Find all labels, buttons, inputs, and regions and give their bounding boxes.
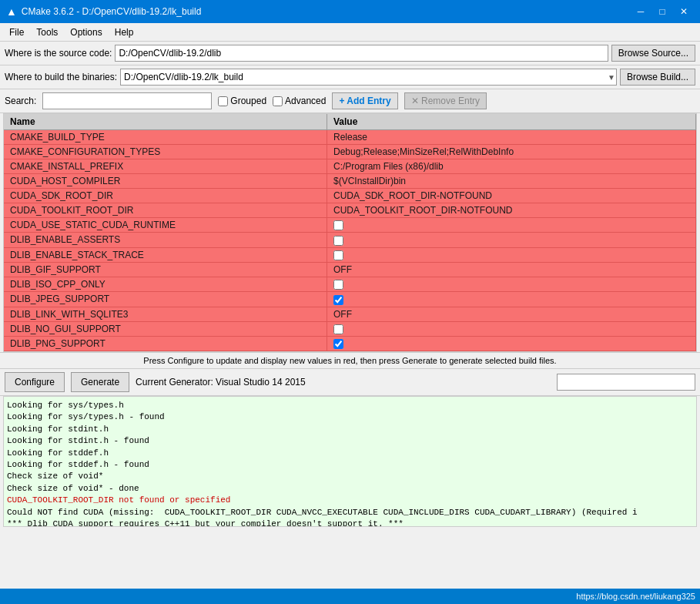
- grouped-label[interactable]: Grouped: [218, 96, 266, 106]
- source-label: Where is the source code:: [5, 48, 112, 59]
- cell-checkbox[interactable]: [333, 324, 343, 334]
- table-row[interactable]: DLIB_ENABLE_STACK_TRACE: [4, 248, 696, 263]
- status-bar: Press Configure to update and display ne…: [0, 352, 700, 369]
- table-row[interactable]: CUDA_SDK_ROOT_DIRCUDA_SDK_ROOT_DIR-NOTFO…: [4, 189, 696, 203]
- value-cell: OFF: [327, 307, 696, 321]
- value-cell[interactable]: [327, 218, 696, 232]
- search-row: Search: Grouped Advanced + Add Entry ✕ R…: [0, 89, 700, 113]
- table-row[interactable]: CMAKE_CONFIGURATION_TYPESDebug;Release;M…: [4, 145, 696, 159]
- menu-options[interactable]: Options: [64, 25, 108, 39]
- name-column-header: Name: [4, 114, 327, 129]
- build-combo-wrapper: ▼: [120, 69, 617, 86]
- generator-label: Current Generator: Visual Studio 14 2015: [136, 377, 551, 388]
- name-cell: CMAKE_BUILD_TYPE: [4, 130, 327, 144]
- table-row[interactable]: DLIB_PNG_SUPPORT: [4, 337, 696, 351]
- log-line: *** Dlib CUDA support requires C++11 but…: [7, 518, 693, 527]
- status-text: Press Configure to update and display ne…: [143, 356, 556, 365]
- configure-button[interactable]: Configure: [5, 372, 65, 392]
- close-button[interactable]: ✕: [674, 4, 694, 19]
- name-cell: DLIB_LINK_WITH_SQLITE3: [4, 307, 327, 321]
- value-cell[interactable]: [327, 337, 696, 351]
- value-cell: OFF: [327, 263, 696, 277]
- table-row[interactable]: DLIB_JPEG_SUPPORT: [4, 292, 696, 307]
- name-cell: DLIB_ENABLE_ASSERTS: [4, 233, 327, 247]
- log-line: Looking for sys/types.h: [7, 400, 693, 411]
- value-cell: Release: [327, 130, 696, 144]
- menu-tools[interactable]: Tools: [30, 25, 64, 39]
- table-row[interactable]: DLIB_NO_GUI_SUPPORT: [4, 322, 696, 337]
- table-row[interactable]: DLIB_ENABLE_ASSERTS: [4, 233, 696, 247]
- name-cell: DLIB_GIF_SUPPORT: [4, 263, 327, 277]
- source-input[interactable]: [115, 45, 608, 62]
- value-cell: CUDA_SDK_ROOT_DIR-NOTFOUND: [327, 189, 696, 203]
- advanced-checkbox[interactable]: [273, 96, 283, 106]
- title-bar-title: CMake 3.6.2 - D:/OpenCV/dlib-19.2/lk_bui…: [22, 6, 201, 17]
- value-cell[interactable]: [327, 292, 696, 306]
- cell-checkbox[interactable]: [333, 236, 343, 246]
- table-row[interactable]: DLIB_GIF_SUPPORTOFF: [4, 263, 696, 277]
- name-cell: CMAKE_CONFIGURATION_TYPES: [4, 145, 327, 159]
- table-row[interactable]: DLIB_ISO_CPP_ONLY: [4, 277, 696, 292]
- menu-bar: File Tools Options Help: [0, 23, 700, 42]
- search-input[interactable]: [42, 92, 212, 109]
- log-area[interactable]: Looking for sys/types.hLooking for sys/t…: [3, 396, 697, 527]
- title-bar: ▲ CMake 3.6.2 - D:/OpenCV/dlib-19.2/lk_b…: [0, 0, 700, 23]
- table-row[interactable]: CUDA_USE_STATIC_CUDA_RUNTIME: [4, 218, 696, 233]
- value-cell: $(VCInstallDir)bin: [327, 174, 696, 188]
- table-row[interactable]: CMAKE_INSTALL_PREFIXC:/Program Files (x8…: [4, 159, 696, 174]
- table-body: CMAKE_BUILD_TYPEReleaseCMAKE_CONFIGURATI…: [4, 130, 696, 352]
- config-table: Name Value CMAKE_BUILD_TYPEReleaseCMAKE_…: [3, 113, 697, 352]
- value-cell[interactable]: [327, 277, 696, 291]
- minimize-button[interactable]: ─: [631, 4, 651, 19]
- generator-input[interactable]: [557, 374, 695, 391]
- build-label: Where to build the binaries:: [5, 72, 117, 82]
- table-row[interactable]: CUDA_HOST_COMPILER$(VCInstallDir)bin: [4, 174, 696, 189]
- cell-checkbox[interactable]: [333, 280, 343, 290]
- bottom-status-bar: https://blog.csdn.net/liukang325: [0, 589, 700, 604]
- name-cell: CMAKE_INSTALL_PREFIX: [4, 159, 327, 173]
- title-bar-controls: ─ □ ✕: [631, 4, 694, 19]
- browse-build-button[interactable]: Browse Build...: [620, 69, 695, 86]
- build-row: Where to build the binaries: ▼ Browse Bu…: [0, 65, 700, 89]
- maximize-button[interactable]: □: [652, 4, 672, 19]
- log-line: Looking for stddef.h - found: [7, 459, 693, 471]
- advanced-label[interactable]: Advanced: [273, 96, 326, 106]
- value-column-header: Value: [327, 114, 696, 129]
- log-line: Looking for sys/types.h - found: [7, 411, 693, 423]
- name-cell: DLIB_ENABLE_STACK_TRACE: [4, 248, 327, 262]
- value-cell[interactable]: [327, 233, 696, 247]
- cell-checkbox[interactable]: [333, 339, 343, 349]
- cell-checkbox[interactable]: [333, 250, 343, 260]
- app-icon: ▲: [6, 5, 17, 18]
- table-row[interactable]: CUDA_TOOLKIT_ROOT_DIRCUDA_TOOLKIT_ROOT_D…: [4, 203, 696, 218]
- log-line: Check size of void* - done: [7, 483, 693, 495]
- name-cell: CUDA_HOST_COMPILER: [4, 174, 327, 188]
- menu-file[interactable]: File: [3, 25, 30, 39]
- browse-source-button[interactable]: Browse Source...: [611, 45, 695, 62]
- menu-help[interactable]: Help: [109, 25, 140, 39]
- log-line: Looking for stdint.h: [7, 424, 693, 435]
- value-cell[interactable]: [327, 322, 696, 336]
- name-cell: DLIB_PNG_SUPPORT: [4, 337, 327, 351]
- value-cell[interactable]: [327, 248, 696, 262]
- log-line: Looking for stddef.h: [7, 448, 693, 459]
- source-row: Where is the source code: Browse Source.…: [0, 42, 700, 65]
- add-entry-button[interactable]: + Add Entry: [332, 92, 397, 109]
- name-cell: CUDA_USE_STATIC_CUDA_RUNTIME: [4, 218, 327, 232]
- build-input[interactable]: [120, 69, 617, 86]
- bottom-toolbar: Configure Generate Current Generator: Vi…: [0, 369, 700, 396]
- table-row[interactable]: CMAKE_BUILD_TYPERelease: [4, 130, 696, 145]
- value-cell: CUDA_TOOLKIT_ROOT_DIR-NOTFOUND: [327, 203, 696, 217]
- grouped-checkbox[interactable]: [218, 96, 228, 106]
- cell-checkbox[interactable]: [333, 295, 343, 305]
- cell-checkbox[interactable]: [333, 220, 343, 230]
- name-cell: CUDA_SDK_ROOT_DIR: [4, 189, 327, 203]
- table-row[interactable]: DLIB_LINK_WITH_SQLITE3OFF: [4, 307, 696, 322]
- value-cell: Debug;Release;MinSizeRel;RelWithDebInfo: [327, 145, 696, 159]
- remove-entry-button: ✕ Remove Entry: [404, 92, 487, 109]
- search-label: Search:: [5, 96, 36, 106]
- name-cell: DLIB_ISO_CPP_ONLY: [4, 277, 327, 291]
- value-cell: C:/Program Files (x86)/dlib: [327, 159, 696, 173]
- generate-button[interactable]: Generate: [71, 372, 129, 392]
- table-header: Name Value: [4, 114, 696, 130]
